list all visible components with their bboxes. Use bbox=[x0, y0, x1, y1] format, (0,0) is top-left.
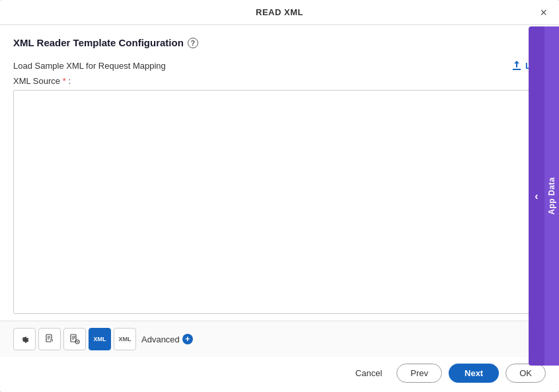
title-bar: READ XML × bbox=[0, 0, 559, 25]
ok-button[interactable]: OK bbox=[505, 364, 546, 383]
advanced-plus-icon: + bbox=[182, 334, 193, 344]
next-button[interactable]: Next bbox=[449, 364, 499, 383]
advanced-button[interactable]: Advanced + bbox=[141, 334, 193, 344]
document-icon bbox=[44, 334, 55, 344]
xml-source-input[interactable] bbox=[13, 90, 546, 314]
upload-icon bbox=[511, 60, 522, 71]
svg-point-4 bbox=[77, 341, 78, 342]
section-title-row: XML Reader Template Configuration ? bbox=[13, 37, 546, 48]
section-heading: XML Reader Template Configuration bbox=[13, 37, 184, 48]
modal-dialog: READ XML × XML Reader Template Configura… bbox=[0, 0, 559, 392]
document-settings-icon bbox=[69, 334, 80, 344]
chevron-left-icon: ‹ bbox=[535, 190, 538, 202]
close-button[interactable]: × bbox=[536, 5, 551, 20]
settings-icon bbox=[19, 334, 30, 344]
app-data-toggle-button[interactable]: ‹ bbox=[529, 26, 544, 366]
dialog-title: READ XML bbox=[256, 7, 303, 17]
help-icon[interactable]: ? bbox=[188, 38, 198, 48]
xml-outline-toolbar-button[interactable]: XML bbox=[114, 328, 136, 350]
xml-active-toolbar-button[interactable]: XML bbox=[89, 328, 111, 350]
xml-outline-icon: XML bbox=[119, 336, 131, 342]
footer: Cancel Prev Next OK bbox=[0, 357, 559, 392]
xml-active-icon: XML bbox=[94, 336, 106, 342]
load-sample-row: Load Sample XML for Request Mapping Load bbox=[13, 60, 546, 71]
load-sample-label: Load Sample XML for Request Mapping bbox=[13, 61, 166, 71]
app-data-panel: ‹ App Data bbox=[529, 26, 559, 366]
xml-source-label-row: XML Source * : bbox=[13, 76, 546, 86]
required-indicator: * bbox=[63, 76, 66, 86]
cancel-button[interactable]: Cancel bbox=[348, 364, 390, 382]
toolbar: XML XML Advanced + bbox=[0, 321, 559, 357]
settings-toolbar-button[interactable] bbox=[13, 328, 36, 350]
prev-button[interactable]: Prev bbox=[396, 364, 442, 383]
doc1-toolbar-button[interactable] bbox=[38, 328, 61, 350]
doc2-toolbar-button[interactable] bbox=[63, 328, 86, 350]
modal-content: XML Reader Template Configuration ? Load… bbox=[0, 25, 559, 321]
app-data-label: App Data bbox=[547, 177, 556, 215]
app-data-label-bar: App Data bbox=[544, 26, 559, 366]
